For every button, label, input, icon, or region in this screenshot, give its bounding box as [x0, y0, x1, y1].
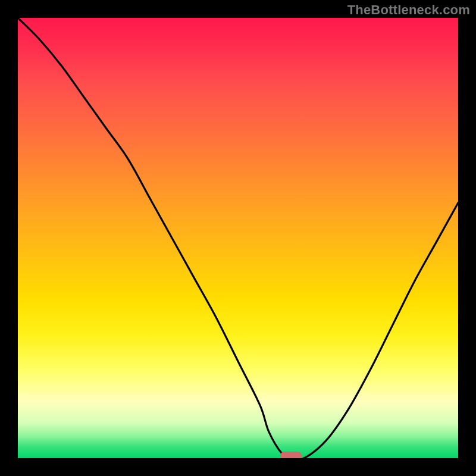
minimum-marker	[280, 452, 302, 458]
watermark-text: TheBottleneck.com	[347, 2, 470, 18]
plot-area	[18, 18, 458, 458]
bottleneck-curve-path	[18, 18, 458, 458]
curve-svg	[18, 18, 458, 458]
chart-frame: TheBottleneck.com	[0, 0, 476, 476]
